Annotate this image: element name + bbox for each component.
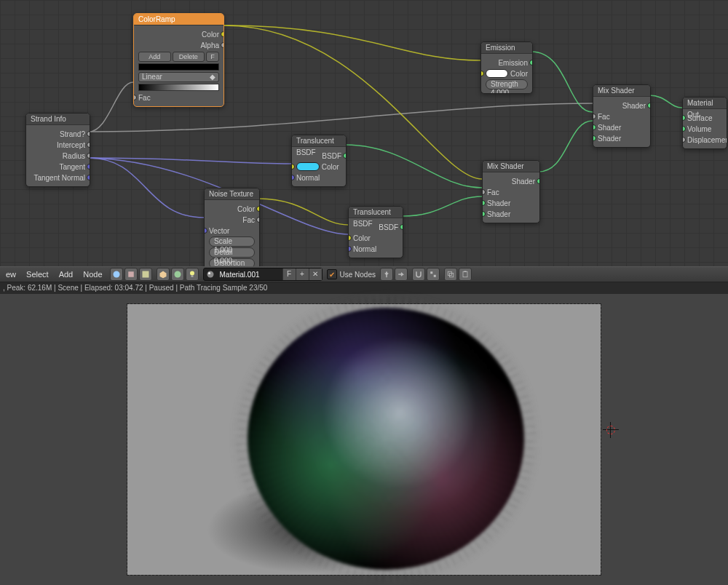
node-title: Mix Shader: [483, 161, 539, 172]
svg-rect-13: [463, 271, 467, 277]
ramp-gradient-preview[interactable]: [138, 63, 219, 71]
socket-label: Color: [322, 163, 339, 171]
socket-label: Emission: [498, 59, 528, 67]
socket-label: Strand?: [60, 130, 85, 138]
node-title: Emission: [481, 42, 532, 54]
socket-label: Fac: [242, 216, 255, 224]
node-color-ramp[interactable]: ColorRamp Color Alpha Add Delete F Linea…: [133, 13, 224, 107]
svg-point-8: [208, 272, 210, 274]
material-unlink-button[interactable]: ✕: [309, 268, 322, 280]
material-selector[interactable]: F + ✕: [203, 268, 323, 281]
node-editor[interactable]: Strand Info Strand? Intercept Radius Tan…: [0, 0, 728, 266]
svg-rect-9: [430, 271, 432, 274]
socket-label: Shader: [487, 210, 510, 218]
socket-label: Color: [510, 70, 528, 78]
node-title: Mix Shader: [593, 85, 650, 97]
material-name-input[interactable]: [217, 268, 282, 280]
snap-icon[interactable]: [412, 268, 425, 281]
socket-label: Tangent: [59, 163, 85, 171]
node-strand-info[interactable]: Strand Info Strand? Intercept Radius Tan…: [25, 113, 90, 187]
snap-type-icon[interactable]: [427, 268, 440, 281]
socket-label: Tangent Normal: [33, 174, 85, 182]
node-emission[interactable]: Emission Emission Color Strength 4.000: [480, 41, 533, 94]
world-data-icon[interactable]: [171, 268, 184, 281]
object-data-icon[interactable]: [157, 268, 170, 281]
socket-label: Fac: [138, 94, 151, 102]
node-title: Noise Texture: [205, 188, 259, 200]
socket-label: Color: [202, 31, 219, 39]
emission-strength-field[interactable]: Strength 4.000: [486, 79, 528, 89]
use-nodes-checkbox[interactable]: ✔ Use Nodes: [327, 269, 376, 279]
socket-label: Intercept: [57, 141, 85, 149]
socket-label: Shader: [598, 135, 621, 143]
svg-point-7: [207, 271, 213, 278]
paste-nodes-icon[interactable]: [459, 268, 472, 281]
socket-label: BSDF: [379, 223, 398, 231]
node-title: Translucent BSDF: [292, 135, 346, 147]
ramp-interpolation-dropdown[interactable]: Linear◆: [138, 72, 219, 82]
noise-scale-field[interactable]: Scale 1.000: [209, 236, 255, 247]
svg-point-4: [174, 271, 181, 278]
socket-label: Fac: [598, 113, 610, 121]
menu-add[interactable]: Add: [56, 270, 76, 279]
node-noise-texture[interactable]: Noise Texture Color Fac Vector Scale 1.0…: [204, 188, 260, 266]
2d-cursor-icon[interactable]: [603, 422, 619, 438]
render-result: [127, 304, 601, 575]
socket-label: Shader: [487, 199, 510, 207]
noise-distortion-field[interactable]: Distortion 0.00: [209, 258, 255, 266]
socket-label: Shader: [598, 124, 621, 132]
node-title: Material Out: [683, 98, 727, 109]
socket-label: Displacement: [687, 136, 727, 144]
ramp-flip-button[interactable]: F: [206, 52, 219, 62]
material-add-button[interactable]: +: [296, 268, 309, 280]
node-mix-shader-1[interactable]: Mix Shader Shader Fac Shader Shader: [482, 160, 540, 223]
image-editor-viewport[interactable]: [0, 294, 728, 585]
socket-label: BSDF: [322, 152, 341, 160]
node-title: ColorRamp: [134, 14, 223, 25]
shader-tree-icon[interactable]: [110, 268, 123, 281]
menu-node[interactable]: Node: [80, 270, 105, 279]
socket-label: Normal: [296, 174, 320, 182]
pin-icon[interactable]: [380, 268, 393, 281]
socket-label: Surface: [687, 114, 712, 122]
color-swatch[interactable]: [486, 69, 508, 78]
node-material-output[interactable]: Material Out Surface Volume Displacement: [682, 97, 727, 149]
ramp-delete-button[interactable]: Delete: [173, 52, 205, 62]
svg-rect-2: [142, 271, 149, 278]
node-editor-header: ew Select Add Node F + ✕ ✔ Use Nodes: [0, 266, 728, 282]
socket-label: Volume: [687, 125, 711, 133]
go-parent-icon[interactable]: [395, 268, 408, 281]
material-fake-user-button[interactable]: F: [282, 268, 296, 280]
copy-nodes-icon[interactable]: [444, 268, 457, 281]
socket-label: Color: [237, 205, 255, 213]
texture-tree-icon[interactable]: [139, 268, 152, 281]
svg-point-5: [190, 271, 194, 276]
socket-label: Color: [353, 234, 371, 242]
noise-detail-field[interactable]: Detail 0.000: [209, 247, 255, 258]
svg-marker-3: [159, 271, 166, 279]
material-sphere-icon[interactable]: [204, 268, 217, 281]
menu-view[interactable]: ew: [3, 270, 19, 279]
lamp-data-icon[interactable]: [186, 268, 199, 281]
menu-select[interactable]: Select: [23, 270, 52, 279]
color-swatch[interactable]: [296, 162, 320, 171]
socket-label: Alpha: [200, 41, 219, 49]
socket-label: Normal: [353, 245, 376, 253]
use-nodes-label: Use Nodes: [340, 271, 376, 279]
svg-rect-1: [128, 271, 134, 277]
svg-rect-14: [464, 271, 466, 273]
node-mix-shader-2[interactable]: Mix Shader Shader Fac Shader Shader: [593, 84, 651, 148]
socket-label: Shader: [622, 102, 646, 110]
socket-label: Fac: [487, 188, 499, 196]
node-translucent-bsdf-1[interactable]: Translucent BSDF BSDF Color Normal: [291, 135, 347, 187]
svg-rect-6: [191, 276, 193, 277]
ramp-gradient-editor[interactable]: [138, 84, 219, 91]
node-title: Strand Info: [26, 114, 90, 125]
svg-rect-10: [434, 275, 436, 277]
socket-label: Shader: [512, 178, 535, 186]
node-translucent-bsdf-2[interactable]: Translucent BSDF BSDF Color Normal: [348, 206, 403, 258]
ramp-add-button[interactable]: Add: [138, 52, 171, 62]
compositor-tree-icon[interactable]: [124, 268, 138, 281]
node-title: Translucent BSDF: [349, 207, 403, 218]
svg-point-0: [113, 271, 119, 278]
